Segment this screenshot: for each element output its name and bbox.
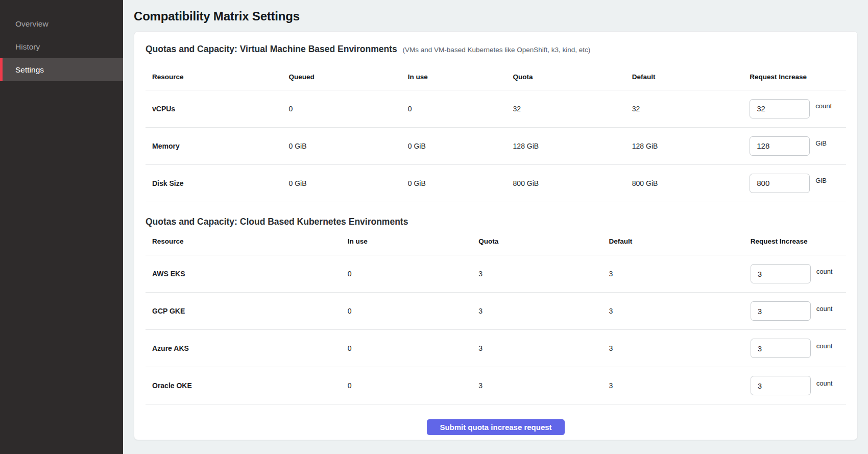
- table-row-azure-aks: Azure AKS 0 3 3 count: [146, 330, 846, 367]
- resource-name: Oracle OKE: [146, 367, 341, 404]
- in-use-value: 0: [341, 367, 472, 404]
- column-header-in-use: In use: [341, 228, 472, 255]
- quota-value: 3: [472, 367, 602, 404]
- request-increase-input-disk-size[interactable]: [750, 174, 810, 193]
- resource-name: AWS EKS: [146, 255, 341, 293]
- table-row-gcp-gke: GCP GKE 0 3 3 count: [146, 293, 846, 330]
- column-header-default: Default: [625, 64, 743, 90]
- column-header-request-increase: Request Increase: [743, 64, 846, 90]
- sidebar-item-history[interactable]: History: [0, 35, 123, 58]
- default-value: 3: [602, 330, 744, 367]
- vm-section-subtitle: (VMs and VM-based Kubernetes like OpenSh…: [403, 46, 591, 54]
- in-use-value: 0: [341, 293, 472, 330]
- request-increase-input-oracle-oke[interactable]: [751, 376, 811, 395]
- quota-value: 800 GiB: [507, 164, 625, 202]
- sidebar-item-label: History: [15, 42, 40, 52]
- unit-label: count: [816, 379, 833, 387]
- quota-value: 32: [507, 90, 625, 127]
- unit-label: count: [816, 342, 833, 350]
- queued-value: 0: [282, 90, 401, 127]
- table-row-disk-size: Disk Size 0 GiB 0 GiB 800 GiB 800 GiB Gi…: [146, 164, 846, 202]
- table-row-aws-eks: AWS EKS 0 3 3 count: [146, 255, 846, 293]
- request-increase-input-aws-eks[interactable]: [751, 264, 811, 283]
- in-use-value: 0 GiB: [401, 127, 507, 164]
- sidebar-item-overview[interactable]: Overview: [0, 12, 123, 35]
- sidebar: Overview History Settings: [0, 0, 123, 454]
- sidebar-item-label: Settings: [15, 65, 44, 75]
- submit-quota-increase-button[interactable]: Submit quota increase request: [427, 419, 564, 435]
- page-title: Compatibility Matrix Settings: [134, 9, 858, 23]
- resource-name: GCP GKE: [146, 293, 341, 330]
- request-increase-input-vcpus[interactable]: [750, 99, 810, 118]
- vm-quota-table: Resource Queued In use Quota Default Req…: [146, 64, 846, 202]
- sidebar-item-label: Overview: [15, 19, 49, 29]
- in-use-value: 0 GiB: [401, 164, 507, 202]
- unit-label: count: [816, 305, 833, 313]
- k8s-section-title: Quotas and Capacity: Cloud Based Kuberne…: [146, 216, 846, 228]
- in-use-value: 0: [401, 90, 507, 127]
- request-increase-input-memory[interactable]: [750, 136, 810, 156]
- unit-label: count: [816, 268, 833, 275]
- unit-label: GiB: [815, 139, 827, 147]
- table-row-oracle-oke: Oracle OKE 0 3 3 count: [146, 367, 846, 404]
- k8s-quota-table: Resource In use Quota Default Request In…: [146, 228, 846, 405]
- quota-value: 3: [472, 293, 602, 330]
- column-header-queued: Queued: [282, 64, 401, 90]
- default-value: 32: [625, 90, 743, 127]
- table-row-memory: Memory 0 GiB 0 GiB 128 GiB 128 GiB GiB: [146, 127, 846, 164]
- quotas-card: Quotas and Capacity: Virtual Machine Bas…: [134, 31, 858, 440]
- in-use-value: 0: [341, 255, 472, 293]
- quota-value: 3: [472, 255, 602, 293]
- resource-name: vCPUs: [146, 90, 282, 127]
- table-row-vcpus: vCPUs 0 0 32 32 count: [146, 90, 846, 127]
- default-value: 3: [602, 255, 744, 293]
- k8s-table-header-row: Resource In use Quota Default Request In…: [146, 228, 846, 255]
- queued-value: 0 GiB: [282, 164, 401, 202]
- quota-value: 128 GiB: [507, 127, 625, 164]
- vm-section-title: Quotas and Capacity: Virtual Machine Bas…: [146, 43, 846, 56]
- request-increase-input-gcp-gke[interactable]: [751, 301, 811, 321]
- queued-value: 0 GiB: [282, 127, 401, 164]
- column-header-resource: Resource: [146, 228, 341, 255]
- default-value: 3: [602, 367, 744, 404]
- column-header-resource: Resource: [146, 64, 282, 90]
- k8s-section-title-text: Quotas and Capacity: Cloud Based Kuberne…: [146, 217, 408, 227]
- column-header-in-use: In use: [401, 64, 507, 90]
- default-value: 128 GiB: [625, 127, 743, 164]
- vm-section-title-text: Quotas and Capacity: Virtual Machine Bas…: [146, 44, 397, 54]
- vm-table-header-row: Resource Queued In use Quota Default Req…: [146, 64, 846, 90]
- column-header-default: Default: [602, 228, 744, 255]
- default-value: 800 GiB: [625, 164, 743, 202]
- quota-value: 3: [472, 330, 602, 367]
- column-header-quota: Quota: [472, 228, 602, 255]
- default-value: 3: [602, 293, 744, 330]
- main-content: Compatibility Matrix Settings Quotas and…: [123, 0, 868, 454]
- column-header-request-increase: Request Increase: [744, 228, 846, 255]
- resource-name: Disk Size: [146, 164, 282, 202]
- resource-name: Azure AKS: [146, 330, 341, 367]
- active-item-accent-bar: [0, 58, 3, 81]
- unit-label: GiB: [815, 177, 827, 184]
- in-use-value: 0: [341, 330, 472, 367]
- request-increase-input-azure-aks[interactable]: [751, 339, 811, 358]
- resource-name: Memory: [146, 127, 282, 164]
- column-header-quota: Quota: [507, 64, 625, 90]
- unit-label: count: [815, 102, 832, 110]
- sidebar-item-settings[interactable]: Settings: [0, 58, 123, 81]
